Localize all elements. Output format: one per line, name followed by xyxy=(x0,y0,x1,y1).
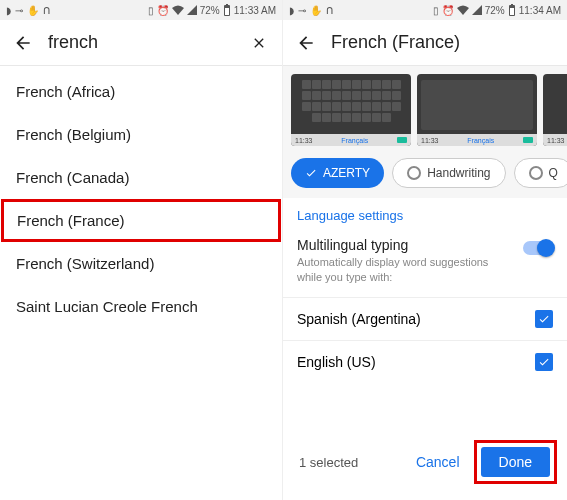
thumb-label: Français xyxy=(341,137,368,144)
statusbar: ◗ ⊸ ✋ ᑎ ▯ ⏰ 72% 11:33 AM xyxy=(0,0,282,20)
language-name: English (US) xyxy=(297,354,376,370)
cancel-button[interactable]: Cancel xyxy=(412,448,464,476)
section-title: Language settings xyxy=(297,208,553,229)
check-icon xyxy=(305,167,317,179)
done-button[interactable]: Done xyxy=(481,447,550,477)
svg-rect-4 xyxy=(511,4,513,5)
language-name: Spanish (Argentina) xyxy=(297,311,421,327)
screen-language-detail: ◗ ⊸ ✋ ᑎ ▯ ⏰ 72% 11:34 AM xyxy=(283,0,567,500)
signal-icon xyxy=(187,5,197,15)
hand-icon: ✋ xyxy=(310,5,322,16)
battery-icon xyxy=(223,4,231,16)
clock-text: 11:33 AM xyxy=(234,5,276,16)
keyboard-preview-scroller[interactable]: 11:33Français 11:33Français 11:33 xyxy=(283,66,567,152)
thumb-label: Français xyxy=(467,137,494,144)
layout-option-row: AZERTY Handwriting Q xyxy=(283,152,567,198)
radio-icon xyxy=(407,166,421,180)
setting-title: Multilingual typing xyxy=(297,237,497,255)
hand-icon: ✋ xyxy=(27,5,39,16)
checkbox-checked-icon[interactable] xyxy=(535,310,553,328)
thumb-time: 11:33 xyxy=(295,137,313,144)
thumb-accent xyxy=(397,137,407,143)
wifi-icon xyxy=(457,5,469,15)
language-checkbox-row[interactable]: English (US) xyxy=(283,340,567,383)
multilingual-toggle-row[interactable]: Multilingual typing Automatically displa… xyxy=(283,229,567,297)
layout-option-handwriting[interactable]: Handwriting xyxy=(392,158,505,188)
thumb-time: 11:33 xyxy=(421,137,439,144)
key-icon: ⊸ xyxy=(298,5,306,16)
clock-text: 11:34 AM xyxy=(519,5,561,16)
svg-rect-5 xyxy=(510,8,514,15)
language-result-list: French (Africa) French (Belgium) French … xyxy=(0,66,282,332)
back-button[interactable] xyxy=(12,32,34,54)
thumb-accent xyxy=(523,137,533,143)
page-title: French (France) xyxy=(331,32,555,53)
svg-rect-1 xyxy=(226,4,228,5)
keyboard-thumb-azerty[interactable]: 11:33Français xyxy=(291,74,411,146)
keyboard-thumb-handwriting[interactable]: 11:33Français xyxy=(417,74,537,146)
vibrate-icon: ▯ xyxy=(148,5,154,16)
layout-option-label: AZERTY xyxy=(323,166,370,180)
alarm-icon: ⏰ xyxy=(442,5,454,16)
vibrate-icon: ▯ xyxy=(433,5,439,16)
nfc-icon: ᑎ xyxy=(43,5,50,16)
thumb-time: 11:33 xyxy=(547,137,565,144)
list-item[interactable]: Saint Lucian Creole French xyxy=(0,285,282,328)
screen-search-language: ◗ ⊸ ✋ ᑎ ▯ ⏰ 72% 11:33 AM xyxy=(0,0,283,500)
layout-option-more[interactable]: Q xyxy=(514,158,568,188)
back-button[interactable] xyxy=(295,32,317,54)
wifi-icon xyxy=(172,5,184,15)
layout-option-azerty[interactable]: AZERTY xyxy=(291,158,384,188)
moon-icon: ◗ xyxy=(289,5,294,16)
done-highlight: Done xyxy=(474,440,557,484)
detail-appbar: French (France) xyxy=(283,20,567,66)
language-settings-section: Language settings xyxy=(283,198,567,229)
list-item[interactable]: French (Belgium) xyxy=(0,113,282,156)
search-appbar: french xyxy=(0,20,282,66)
search-input[interactable]: french xyxy=(48,32,234,53)
setting-subtitle: Automatically display word suggestions w… xyxy=(297,255,497,285)
list-item[interactable]: French (Africa) xyxy=(0,70,282,113)
layout-option-label: Handwriting xyxy=(427,166,490,180)
signal-icon xyxy=(472,5,482,15)
battery-icon xyxy=(508,4,516,16)
toggle-switch[interactable] xyxy=(523,241,553,255)
footer-bar: 1 selected Cancel Done xyxy=(283,432,567,492)
battery-pct: 72% xyxy=(485,5,505,16)
radio-icon xyxy=(529,166,543,180)
list-item-highlighted[interactable]: French (France) xyxy=(1,199,281,242)
alarm-icon: ⏰ xyxy=(157,5,169,16)
nfc-icon: ᑎ xyxy=(326,5,333,16)
language-checkbox-row[interactable]: Spanish (Argentina) xyxy=(283,297,567,340)
keyboard-thumb-more[interactable]: 11:33 xyxy=(543,74,567,146)
list-item[interactable]: French (Switzerland) xyxy=(0,242,282,285)
list-item[interactable]: French (Canada) xyxy=(0,156,282,199)
battery-pct: 72% xyxy=(200,5,220,16)
clear-button[interactable] xyxy=(248,32,270,54)
svg-rect-2 xyxy=(225,8,229,15)
selection-count: 1 selected xyxy=(293,455,358,470)
layout-option-label: Q xyxy=(549,166,558,180)
checkbox-checked-icon[interactable] xyxy=(535,353,553,371)
statusbar: ◗ ⊸ ✋ ᑎ ▯ ⏰ 72% 11:34 AM xyxy=(283,0,567,20)
key-icon: ⊸ xyxy=(15,5,23,16)
moon-icon: ◗ xyxy=(6,5,11,16)
